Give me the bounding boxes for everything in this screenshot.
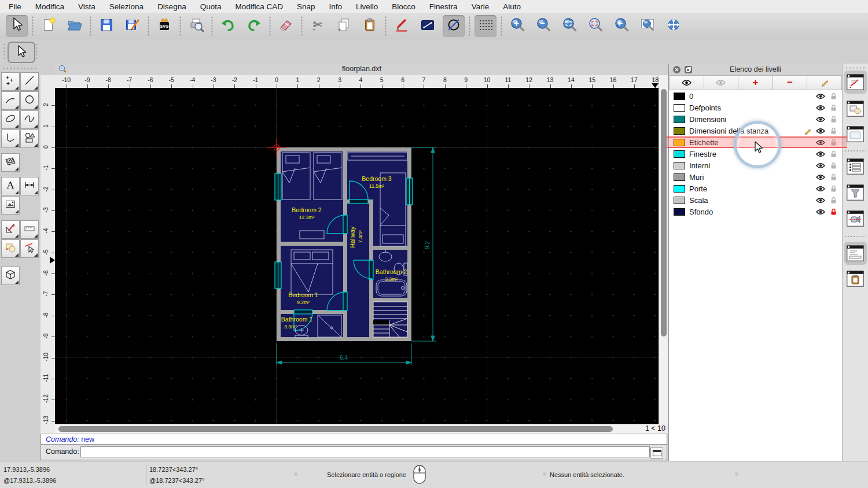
eye-icon[interactable] [814,209,827,215]
eye-icon[interactable] [814,162,827,169]
layer-row-scala[interactable]: Scala [669,194,842,206]
points-tool-button[interactable] [1,72,20,91]
line-tool-button[interactable] [20,72,39,91]
circle-slash-button[interactable] [443,15,465,37]
layer-list-dock-button[interactable] [847,158,864,175]
lock-icon[interactable] [827,116,840,123]
drawing-canvas[interactable]: Bedroom 212.3m²Bedroom 311.5m²Bedroom 19… [55,88,659,424]
circle-tool-button[interactable] [20,91,39,110]
distance-measure-button[interactable] [417,15,439,37]
hatch-tool-button[interactable] [1,153,20,172]
zoom-previous-button[interactable] [610,15,632,37]
zoom-auto-button[interactable] [558,15,580,37]
measure-ruler-tool-button[interactable] [20,220,39,239]
menu-finestra[interactable]: Finestra [429,2,458,11]
layer-row-porte[interactable]: Porte [669,183,842,194]
copy-button[interactable]: + [333,15,355,37]
library-browser-dock-button[interactable] [847,126,864,142]
select-arrow-button[interactable] [6,15,28,37]
arc-tool-button[interactable] [1,91,20,110]
property-editor-dock-button[interactable] [847,74,864,90]
lock-icon[interactable] [827,208,840,216]
menu-info[interactable]: Info [329,2,343,11]
blocks-dock-button[interactable] [847,101,864,117]
redo-button[interactable] [243,15,265,37]
undo-button[interactable] [217,15,239,37]
zoom-out-button[interactable] [532,15,554,37]
save-as-button[interactable] [122,15,144,37]
menu-modifica-cad[interactable]: Modifica CAD [235,2,283,11]
menu-aiuto[interactable]: Aiuto [503,2,521,11]
edit-layer-button[interactable] [807,75,842,90]
lock-icon[interactable] [827,127,840,135]
modify-tool-button[interactable] [20,239,39,258]
lighting-dock-button[interactable] [847,210,864,227]
lock-icon[interactable] [827,93,840,100]
lock-icon[interactable] [827,162,840,169]
svg-export-button[interactable]: SVG [153,15,175,37]
horizontal-scrollbar-thumb[interactable] [58,426,613,432]
cut-button[interactable]: ✄+ [307,15,329,37]
menu-varie[interactable]: Varie [472,2,490,11]
grid-toggle-button[interactable] [475,15,496,37]
selection-tool-button[interactable] [8,42,35,63]
remove-layer-button[interactable]: − [773,75,808,90]
layer-row-defpoints[interactable]: Defpoints [669,102,842,113]
layer-panel-header[interactable]: Elenco dei livelli [669,64,842,76]
layer-row-dimensioni[interactable]: Dimensioni [669,113,842,125]
layer-row-0[interactable]: 0 [669,90,842,102]
zoom-in-button[interactable] [506,15,528,37]
shapes-tool-button[interactable] [20,130,39,148]
eye-icon[interactable] [814,128,827,134]
paste-button[interactable] [359,15,381,37]
vertical-scrollbar-thumb[interactable] [661,89,667,337]
zoom-window-button[interactable] [637,15,659,37]
lock-icon[interactable] [827,197,840,204]
menu-disegna[interactable]: Disegna [157,2,186,11]
horizontal-scrollbar[interactable] [55,424,659,434]
eye-icon[interactable] [814,116,827,123]
layer-row-sfondo[interactable]: Sfondo [669,206,842,217]
eye-icon[interactable] [814,93,827,99]
lock-icon[interactable] [827,150,840,158]
menu-snap[interactable]: Snap [297,2,315,11]
hide-all-layers-button[interactable] [704,75,739,90]
lock-icon[interactable] [827,104,840,112]
open-file-button[interactable] [64,15,86,37]
text-tool-button[interactable]: A [1,177,20,195]
selection-filter-dock-button[interactable] [847,184,864,201]
menu-blocco[interactable]: Blocco [392,2,415,11]
command-line-dock-button[interactable] [847,245,864,261]
pan-button[interactable] [663,15,685,37]
eye-icon[interactable] [814,105,827,111]
eye-icon[interactable] [814,151,827,157]
command-panel-button[interactable] [650,448,663,459]
show-all-layers-button[interactable] [669,75,704,90]
layer-row-dimensioni-della-stanza[interactable]: Dimensioni della stanza [669,125,842,136]
menu-seleziona[interactable]: Seleziona [109,2,144,11]
lock-icon[interactable] [827,139,840,146]
block-edit-tool-button[interactable] [1,239,20,258]
draft-tools-tool-button[interactable] [1,220,20,239]
layer-row-muri[interactable]: Muri [669,171,842,183]
image-tool-button[interactable] [1,196,20,215]
vertical-scrollbar[interactable] [659,75,669,424]
new-file-button[interactable] [38,15,60,37]
command-input[interactable] [80,446,650,457]
eraser-button[interactable] [275,15,297,37]
ellipse-tool-button[interactable] [1,110,20,129]
add-layer-button[interactable]: + [738,75,773,90]
menu-file[interactable]: File [9,2,21,11]
lock-icon[interactable] [827,173,840,181]
polyline-tool-button[interactable] [1,130,20,148]
menu-modifica[interactable]: Modifica [35,2,64,11]
dimension-tool-button[interactable] [20,177,39,195]
save-button[interactable] [95,15,117,37]
print-preview-button[interactable] [185,15,207,37]
menu-livello[interactable]: Livello [356,2,378,11]
freehand-pen-button[interactable] [391,15,413,37]
eye-icon[interactable] [814,174,827,180]
document-titlebar[interactable]: floorplan.dxf [55,64,668,76]
solid-3d-tool-button[interactable] [1,267,20,285]
menu-quota[interactable]: Quota [200,2,222,11]
